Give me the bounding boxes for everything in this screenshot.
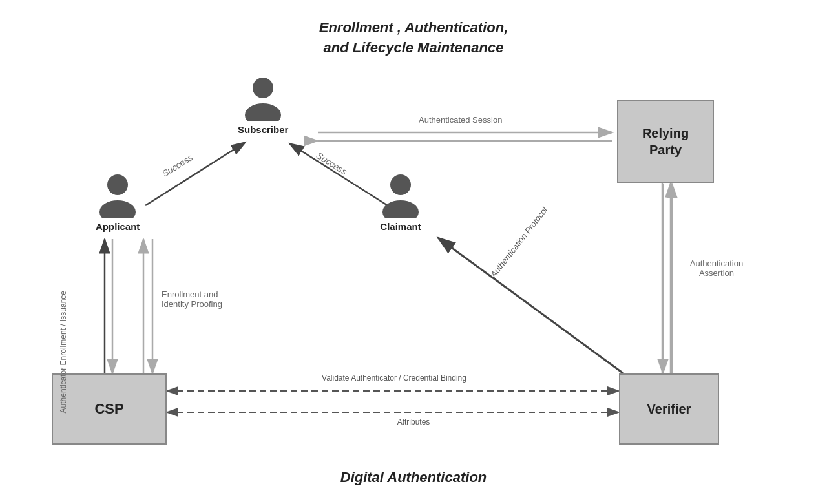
label-authenticated-session: Authenticated Session [419,115,502,125]
label-auth-assertion: Authentication Assertion [681,258,752,278]
box-relying-party: Relying Party [617,100,714,183]
svg-line-7 [289,143,388,205]
applicant-icon [97,173,138,218]
person-applicant: Applicant [96,173,140,232]
svg-point-21 [253,78,273,98]
applicant-label: Applicant [96,221,140,232]
title-bottom: Digital Authentication [340,469,487,486]
subscriber-icon [242,76,284,121]
subscriber-label: Subscriber [238,124,288,135]
claimant-label: Claimant [380,221,421,232]
svg-line-6 [145,142,246,205]
label-auth-protocol: Authentication Protocol [488,205,549,280]
svg-point-23 [107,174,128,195]
svg-line-10 [438,238,623,373]
label-enrollment-identity: Enrollment and Identity Proofing [162,289,246,309]
diagram-container: Enrollment , Authentication, and Lifecyc… [0,0,827,504]
person-claimant: Claimant [380,173,421,232]
svg-point-24 [99,200,136,218]
label-authenticator-enrollment: Authenticator Enrollment / Issuance [58,291,69,413]
claimant-icon [380,173,421,218]
svg-point-25 [390,174,411,195]
label-success-claimant: Success [315,150,349,177]
label-validate-authenticator: Validate Authenticator / Credential Bind… [246,373,543,383]
box-verifier: Verifier [619,373,719,445]
title-top: Enrollment , Authentication, and Lifecyc… [319,18,508,58]
svg-point-22 [245,103,281,121]
person-subscriber: Subscriber [238,76,288,135]
label-attributes: Attributes [349,417,478,426]
label-success-applicant: Success [160,152,194,179]
svg-point-26 [382,200,419,218]
